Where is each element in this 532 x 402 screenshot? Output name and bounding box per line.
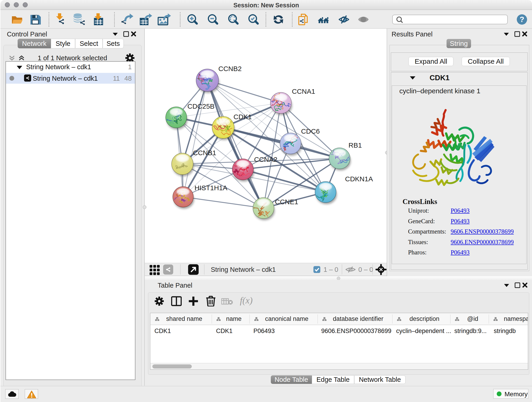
svg-text:CDC25B: CDC25B	[187, 102, 215, 110]
svg-text:CCNB2: CCNB2	[218, 65, 242, 72]
svg-text:CCNA1: CCNA1	[292, 88, 315, 95]
svg-text:CCNE1: CCNE1	[275, 198, 298, 206]
svg-text:RB1: RB1	[348, 141, 362, 149]
svg-text:CDC6: CDC6	[301, 128, 320, 135]
svg-text:CCNA2: CCNA2	[254, 156, 278, 163]
svg-text:CDKN1A: CDKN1A	[345, 175, 373, 183]
svg-text:CCNB1: CCNB1	[193, 149, 216, 157]
svg-text:CDK1: CDK1	[234, 113, 252, 121]
svg-text:HIST1H1A: HIST1H1A	[195, 184, 227, 191]
svg-text:?: ?	[520, 15, 524, 24]
